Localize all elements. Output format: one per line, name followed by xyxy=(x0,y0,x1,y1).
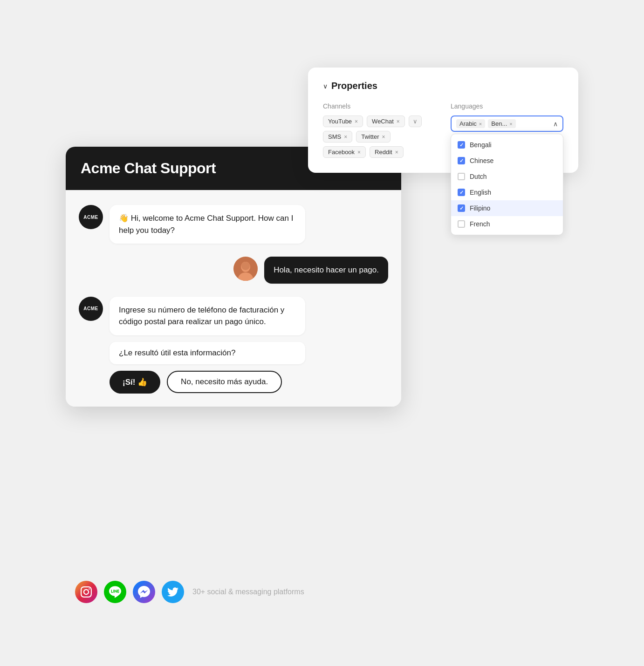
chevron-icon[interactable]: ∨ xyxy=(323,82,328,90)
channels-section: Channels YouTube × WeChat × ∨ SMS × xyxy=(323,102,436,158)
lang-select-chevron[interactable]: ∧ xyxy=(553,120,558,128)
channels-label: Channels xyxy=(323,102,436,110)
channel-tag-reddit-close[interactable]: × xyxy=(395,150,398,155)
lang-tag-bengali: Ben... × xyxy=(488,119,515,128)
language-dropdown: Bengali Chinese Dutch English xyxy=(451,134,563,235)
lang-checkbox-english[interactable] xyxy=(458,189,465,196)
acme-second-block: Ingrese su número de teléfono de factura… xyxy=(110,297,305,394)
properties-body: Channels YouTube × WeChat × ∨ SMS × xyxy=(323,102,563,158)
message-row-1: ACME 👋 Hi, welcome to Acme Chat Support.… xyxy=(79,205,388,244)
feedback-bubble: ¿Le resultó útil esta información? xyxy=(110,342,305,364)
no-button[interactable]: No, necesito más ayuda. xyxy=(167,371,282,393)
channels-dropdown-btn[interactable]: ∨ xyxy=(409,116,422,127)
channel-tag-youtube-label: YouTube xyxy=(328,118,352,125)
languages-label: Languages xyxy=(451,102,563,110)
instagram-icon[interactable] xyxy=(75,581,97,603)
avatar-acme-2: ACME xyxy=(79,297,103,321)
lang-checkbox-bengali[interactable] xyxy=(458,141,465,149)
twitter-icon[interactable] xyxy=(162,581,184,603)
lang-checkbox-french[interactable] xyxy=(458,220,465,228)
svg-point-3 xyxy=(241,262,250,270)
channel-tag-wechat-label: WeChat xyxy=(372,118,394,125)
lang-option-dutch[interactable]: Dutch xyxy=(451,169,563,184)
bubble-bot-1: 👋 Hi, welcome to Acme Chat Support. How … xyxy=(110,205,305,244)
avatar-user xyxy=(233,257,258,281)
channel-tag-reddit-label: Reddit xyxy=(375,149,392,156)
lang-option-french-label: French xyxy=(470,220,490,228)
properties-header: ∨ Properties xyxy=(323,81,563,91)
channel-tag-facebook-label: Facebook xyxy=(328,149,355,156)
lang-option-french[interactable]: French xyxy=(451,216,563,232)
social-bar: 30+ social & messaging platforms xyxy=(75,581,304,603)
channel-tag-twitter-close[interactable]: × xyxy=(382,134,385,140)
lang-tag-bengali-close[interactable]: × xyxy=(509,121,512,127)
chat-widget: Acme Chat Support ACME 👋 Hi, welcome to … xyxy=(66,147,401,407)
lang-option-english-label: English xyxy=(470,189,491,196)
bubble-user: Hola, necesito hacer un pago. xyxy=(264,257,388,284)
bubble-bot-2: Ingrese su número de teléfono de factura… xyxy=(110,297,305,335)
lang-option-bengali[interactable]: Bengali xyxy=(451,137,563,153)
channel-tag-wechat: WeChat × xyxy=(367,116,405,127)
channel-tag-sms: SMS × xyxy=(323,131,352,143)
yes-button[interactable]: ¡Sí! 👍 xyxy=(110,371,160,394)
channel-tag-sms-label: SMS xyxy=(328,133,341,140)
lang-option-bengali-label: Bengali xyxy=(470,141,492,149)
channels-tags: YouTube × WeChat × ∨ SMS × Twitter × xyxy=(323,116,436,158)
lang-option-filipino-label: Filipino xyxy=(470,204,490,212)
chat-body: ACME 👋 Hi, welcome to Acme Chat Support.… xyxy=(66,190,401,407)
message-row-2: ACME Ingrese su número de teléfono de fa… xyxy=(79,297,388,394)
channel-tag-wechat-close[interactable]: × xyxy=(397,119,400,124)
language-select-box[interactable]: Arabic × Ben... × ∧ xyxy=(451,116,563,132)
line-icon[interactable] xyxy=(104,581,126,603)
properties-panel: ∨ Properties Channels YouTube × WeChat ×… xyxy=(308,68,578,173)
channel-tag-youtube-close[interactable]: × xyxy=(355,119,358,124)
lang-checkbox-dutch[interactable] xyxy=(458,173,465,180)
lang-checkbox-chinese[interactable] xyxy=(458,157,465,164)
lang-option-filipino[interactable]: Filipino xyxy=(451,200,563,216)
lang-option-chinese[interactable]: Chinese xyxy=(451,153,563,169)
messenger-icon[interactable] xyxy=(133,581,155,603)
response-actions: ¡Sí! 👍 No, necesito más ayuda. xyxy=(110,371,305,394)
lang-option-english[interactable]: English xyxy=(451,184,563,200)
lang-option-chinese-label: Chinese xyxy=(470,157,493,164)
social-text: 30+ social & messaging platforms xyxy=(192,588,304,596)
channel-tag-twitter: Twitter × xyxy=(356,131,390,143)
channel-tag-facebook: Facebook × xyxy=(323,146,366,158)
languages-section: Languages Arabic × Ben... × ∧ xyxy=(451,102,563,158)
avatar-acme-1: ACME xyxy=(79,205,103,229)
channel-tag-youtube: YouTube × xyxy=(323,116,363,127)
properties-title: Properties xyxy=(331,81,377,91)
lang-tag-arabic: Arabic × xyxy=(456,119,485,128)
lang-tag-arabic-close[interactable]: × xyxy=(479,121,482,127)
channel-tag-sms-close[interactable]: × xyxy=(344,134,347,140)
lang-tag-bengali-label: Ben... xyxy=(491,120,507,127)
lang-option-dutch-label: Dutch xyxy=(470,173,487,180)
channel-tag-facebook-close[interactable]: × xyxy=(357,150,361,155)
message-row-user: Hola, necesito hacer un pago. xyxy=(79,257,388,284)
lang-tag-arabic-label: Arabic xyxy=(459,120,477,127)
lang-checkbox-filipino[interactable] xyxy=(458,204,465,212)
channel-tag-twitter-label: Twitter xyxy=(361,133,379,140)
channel-tag-reddit: Reddit × xyxy=(370,146,404,158)
